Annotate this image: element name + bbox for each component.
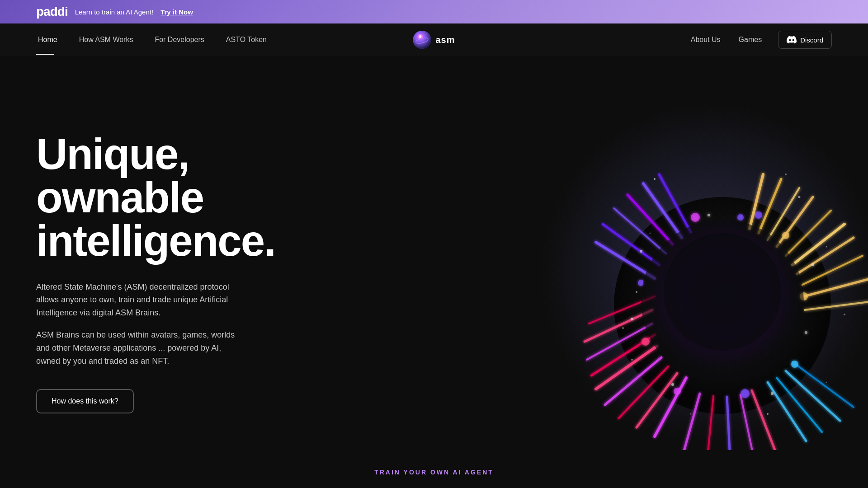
navbar: Home How ASM Works For Developers ASTO T… (0, 23, 868, 56)
svg-point-52 (640, 250, 642, 253)
svg-point-55 (671, 383, 674, 386)
svg-point-61 (636, 291, 637, 293)
hero-title: Unique, ownable intelligence. (36, 132, 244, 263)
hero-description-2: ASM Brains can be used within avatars, g… (36, 328, 244, 367)
hero-title-line1: Unique, (36, 130, 189, 178)
hero-title-line2: ownable (36, 173, 203, 221)
discord-label: Discord (800, 36, 823, 44)
svg-point-53 (708, 214, 710, 216)
paddi-logo: paddi (36, 5, 68, 19)
svg-point-68 (785, 174, 787, 175)
svg-point-54 (771, 392, 774, 395)
nav-asto[interactable]: ASTO Token (224, 36, 269, 44)
hero-title-line3: intelligence. (36, 216, 275, 265)
orb-svg (564, 134, 868, 450)
discord-button[interactable]: Discord (778, 31, 832, 49)
svg-point-58 (654, 178, 656, 180)
banner-text: Learn to train an AI Agent! (75, 8, 153, 16)
svg-point-50 (805, 331, 807, 334)
svg-point-44 (741, 389, 750, 398)
how-does-this-work-button[interactable]: How does this work? (36, 389, 134, 413)
svg-point-2 (419, 35, 421, 38)
nav-games[interactable]: Games (737, 36, 764, 44)
svg-point-62 (844, 314, 845, 315)
svg-point-64 (631, 359, 633, 361)
discord-icon (787, 35, 797, 45)
svg-point-45 (791, 361, 798, 368)
svg-point-65 (767, 413, 769, 415)
nav-developers[interactable]: For Developers (153, 36, 206, 44)
svg-point-67 (650, 233, 651, 234)
svg-point-40 (691, 213, 700, 222)
hero-visual-orb (524, 88, 868, 458)
bottom-cta-text: TRAIN YOUR OWN AI AGENT (374, 468, 494, 476)
top-banner: paddi Learn to train an AI Agent! Try it… (0, 0, 868, 23)
svg-point-49 (811, 263, 814, 266)
svg-point-63 (826, 382, 827, 383)
svg-point-43 (674, 388, 681, 395)
hero-content: Unique, ownable intelligence. Altered St… (0, 96, 280, 450)
nav-logo-center: asm (413, 31, 455, 49)
svg-point-39 (755, 211, 762, 219)
hero-section: Unique, ownable intelligence. Altered St… (0, 56, 868, 488)
svg-point-70 (622, 327, 624, 329)
orb-container (524, 88, 868, 458)
svg-point-57 (664, 233, 781, 351)
train-your-own-ai-agent-text: TRAIN YOUR OWN AI AGENT (374, 469, 494, 476)
svg-point-59 (798, 196, 801, 198)
nav-about-us[interactable]: About Us (689, 36, 722, 44)
nav-how-asm[interactable]: How ASM Works (77, 36, 135, 44)
try-it-now-link[interactable]: Try it Now (160, 8, 193, 16)
svg-point-66 (690, 413, 692, 415)
svg-point-48 (737, 214, 744, 221)
svg-point-69 (835, 287, 836, 288)
hero-description-1: Altered State Machine's (ASM) decentrali… (36, 281, 244, 319)
svg-point-60 (826, 246, 827, 248)
asm-brand-text: asm (435, 35, 455, 45)
nav-right: About Us Games Discord (434, 31, 832, 49)
svg-point-51 (631, 318, 633, 320)
nav-home[interactable]: Home (36, 36, 59, 44)
svg-point-47 (782, 232, 789, 239)
svg-point-42 (642, 338, 650, 346)
nav-left: Home How ASM Works For Developers ASTO T… (36, 36, 434, 44)
asm-logo-icon (413, 31, 431, 49)
svg-line-32 (786, 371, 840, 421)
